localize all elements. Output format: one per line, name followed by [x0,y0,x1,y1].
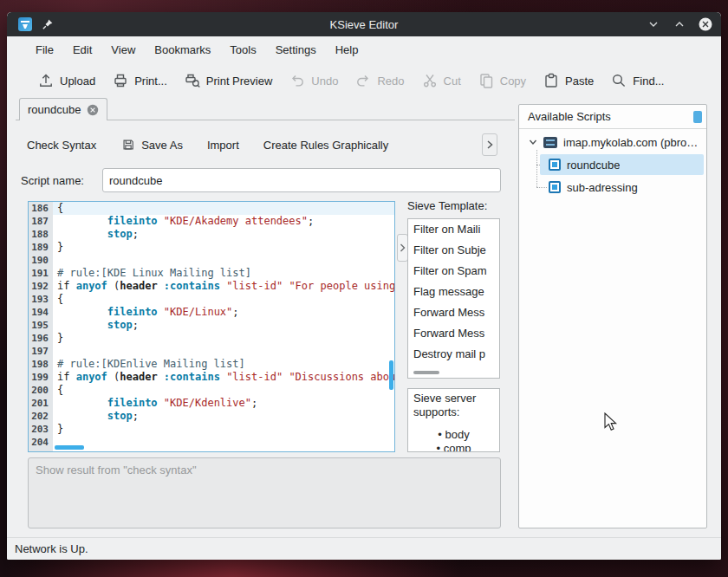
code-line: 194 fileinto "KDE/Linux"; [29,306,394,319]
tool-bar: Upload Print... Print Preview Undo Redo … [7,63,721,98]
server-icon [543,137,557,148]
line-number: 187 [29,215,53,228]
tab-label: roundcube [28,103,81,116]
panel-header: Available Scripts [519,105,706,129]
line-number: 186 [29,202,53,215]
save-icon [120,137,136,152]
collapse-arrow-icon[interactable] [528,137,538,147]
tree-item-server[interactable]: imap.mykolab.com (pbro… [519,131,706,153]
printer-icon [111,71,130,90]
maximize-button[interactable] [672,16,687,32]
panel-title: Available Scripts [528,110,611,123]
status-bar: Network is Up. [7,537,721,560]
template-item[interactable]: Flag message [408,282,499,302]
line-number: 201 [29,397,53,410]
network-status-text: Network is Up. [15,542,88,555]
script-label: roundcube [567,159,620,172]
menu-item-edit[interactable]: Edit [63,36,101,63]
desktop-background: KSieve Editor File Edit View Bookmarks T… [0,0,728,577]
code-lines: 186{187 fileinto "KDE/Akademy attendees"… [29,202,394,452]
code-line: 201 fileinto "KDE/Kdenlive"; [29,397,394,410]
menu-item-view[interactable]: View [101,36,145,63]
code-line: 196} [29,332,394,345]
app-icon [18,17,32,31]
line-number: 193 [29,293,53,306]
line-number: 192 [29,280,53,293]
code-line: 192if anyof (header :contains "list-id" … [29,280,394,293]
paste-icon [542,71,561,90]
save-as-button[interactable]: Save As [113,133,191,156]
editor-vertical-scrollbar[interactable] [389,360,393,390]
redo-button[interactable]: Redo [348,68,409,93]
line-number: 205 [29,449,53,452]
script-active-checkbox-icon[interactable] [549,181,561,193]
upload-icon [36,71,55,90]
script-name-input[interactable] [102,168,501,192]
menu-item-bookmarks[interactable]: Bookmarks [145,36,220,63]
copy-icon [477,71,496,90]
code-line: 200{ [29,384,394,397]
code-line: 193{ [29,293,394,306]
close-button[interactable] [698,16,713,32]
line-number: 202 [29,410,53,423]
menu-item-file[interactable]: File [26,36,63,63]
line-number: 196 [29,332,53,345]
template-item[interactable]: Forward Mess [408,323,499,344]
print-preview-button[interactable]: Print Preview [178,68,278,93]
line-number: 191 [29,267,53,280]
template-item[interactable]: Filter on Maili [408,219,499,240]
check-syntax-button[interactable]: Check Syntax [19,135,104,155]
code-line: 205 [29,449,394,452]
script-active-checkbox-icon[interactable] [549,159,561,171]
template-item[interactable]: Forward Mess [408,302,499,323]
paste-button[interactable]: Paste [536,68,599,93]
copy-button[interactable]: Copy [471,68,531,93]
tab-roundcube[interactable]: roundcube [19,98,107,120]
script-editor[interactable]: 186{187 fileinto "KDE/Akademy attendees"… [28,201,395,452]
line-number: 194 [29,306,53,319]
actions-overflow-button[interactable] [482,133,497,156]
code-line: 190 [29,254,394,267]
import-button[interactable]: Import [199,135,247,155]
pin-icon[interactable] [42,18,54,30]
code-line: 197 [29,345,394,358]
menu-item-help[interactable]: Help [326,36,368,63]
capability-item: comp [413,442,494,452]
chevron-right-icon [484,139,495,151]
title-bar[interactable]: KSieve Editor [7,12,721,36]
tab-close-icon[interactable] [87,104,99,116]
template-item[interactable]: Filter on Subje [408,240,499,261]
template-item[interactable]: Destroy mail p [408,344,499,365]
undo-icon [288,71,307,90]
template-horizontal-scrollbar[interactable] [413,371,439,374]
code-line: 199if anyof (header :contains "list-id" … [29,371,394,384]
menu-item-tools[interactable]: Tools [220,36,265,63]
line-number: 195 [29,319,53,332]
upload-button[interactable]: Upload [31,68,101,93]
server-supports-label: Sieve server supports: [413,392,494,419]
menu-item-settings[interactable]: Settings [266,36,326,63]
line-number: 197 [29,345,53,358]
print-button[interactable]: Print... [106,68,172,93]
script-label: sub-adressing [567,181,638,194]
tree-item-sub-adressing[interactable]: sub-adressing [519,176,706,198]
search-icon [609,71,628,90]
code-line: 191# rule:[KDE Linux Mailing list] [29,267,394,280]
available-scripts-panel: Available Scripts imap.mykolab.com (pbro… [518,104,707,528]
find-button[interactable]: Find... [604,68,669,93]
tree-scrollbar-thumb[interactable] [693,111,702,123]
create-rules-graphically-button[interactable]: Create Rules Graphically [256,135,397,155]
undo-button[interactable]: Undo [283,68,343,93]
minimize-button[interactable] [646,16,661,32]
cut-icon [420,71,439,90]
code-line: 189} [29,241,394,254]
code-line: 188 stop; [29,228,394,241]
cut-button[interactable]: Cut [415,68,466,93]
tree-item-roundcube[interactable]: roundcube [519,153,706,176]
template-item[interactable]: Filter on Spam [408,261,499,282]
syntax-result-area[interactable]: Show result from "check syntax" [28,457,501,528]
editor-horizontal-scrollbar[interactable] [55,445,84,450]
redo-icon [354,71,373,90]
code-line: 195 stop; [29,319,394,332]
server-label: imap.mykolab.com (pbro… [563,136,698,149]
